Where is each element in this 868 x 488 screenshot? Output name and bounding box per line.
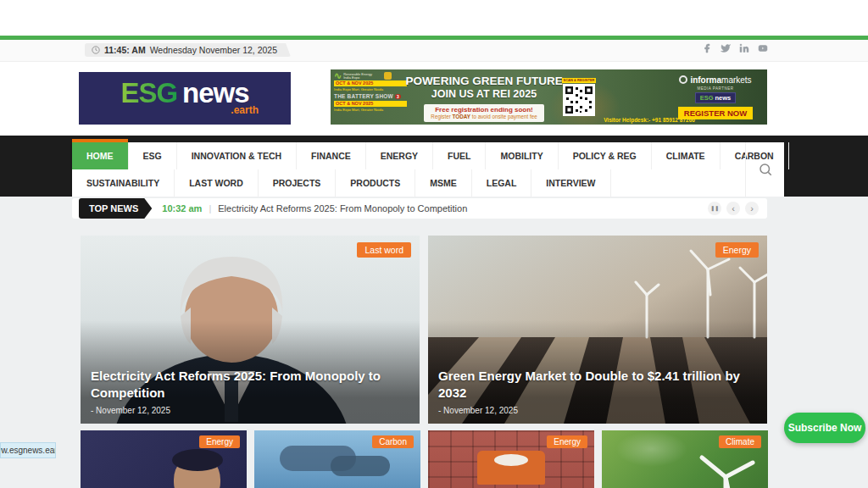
nav-item-finance[interactable]: FINANCE — [297, 142, 366, 169]
partner-esg-news-logo: ESGnews — [695, 92, 737, 103]
clock-icon — [92, 46, 100, 54]
expo-dates: OCT & NOV 2025 — [334, 80, 407, 86]
top-news-badge: TOP NEWS — [79, 198, 152, 219]
nav-item-msme[interactable]: MSME — [415, 169, 472, 197]
search-button[interactable] — [745, 142, 784, 197]
nav-item-esg[interactable]: ESG — [129, 142, 177, 169]
banner-photo-area: Visitor Helpdesk:- +91 85912 87266 — [598, 69, 667, 125]
battery-show-logo: THE BATTERY SHOW 3 — [334, 93, 407, 100]
nav-item-last-word[interactable]: LAST WORD — [175, 169, 259, 197]
article-card-3-plate — [494, 454, 528, 466]
site-logo[interactable]: ESGnews .earth — [79, 72, 291, 125]
article-card-3[interactable]: Energy — [428, 430, 594, 488]
ticker-pause-button[interactable]: ❚❚ — [708, 202, 721, 215]
rei-logo-mark — [384, 72, 392, 80]
nav-item-products[interactable]: PRODUCTS — [336, 169, 415, 197]
article-card-4[interactable]: Climate — [602, 430, 768, 488]
expo-venue: India Expo Mart, Greater Noida — [334, 87, 407, 92]
featured-article-2-title[interactable]: Green Energy Market to Double to $2.41 t… — [438, 368, 757, 402]
browser-status-url: www.esgnews.earth — [0, 442, 56, 458]
linkedin-icon[interactable] — [739, 43, 749, 53]
scan-register-label: SCAN & REGISTER — [562, 78, 597, 83]
featured-article-2-date: - November 12, 2025 — [438, 406, 757, 415]
youtube-icon[interactable] — [758, 43, 768, 53]
banner-event-info: ∿ Renewable Energy India Expo OCT & NOV … — [331, 69, 409, 125]
qr-code — [563, 84, 595, 116]
article-card-4-category-badge[interactable]: Climate — [719, 435, 761, 448]
nav-item-fuel[interactable]: FUEL — [433, 142, 486, 169]
main-navigation: HOME ESG INNOVATION & TECH FINANCE ENERG… — [72, 142, 784, 197]
ticker-next-button[interactable]: › — [745, 202, 759, 215]
nav-item-innovation-tech[interactable]: INNOVATION & TECH — [177, 142, 297, 169]
facebook-icon[interactable] — [702, 43, 712, 53]
current-date: Wednesday November 12, 2025 — [150, 45, 277, 55]
ticker-separator: | — [209, 203, 211, 214]
article-card-3-category-badge[interactable]: Energy — [547, 435, 587, 448]
banner-headline-2: JOIN US AT REI 2025 — [431, 89, 537, 100]
nav-item-energy[interactable]: ENERGY — [366, 142, 433, 169]
banner-headline-1: POWERING GREEN FUTURE — [405, 75, 562, 87]
nav-item-interview[interactable]: INTERVIEW — [531, 169, 610, 197]
top-news-ticker: TOP NEWS 10:32 am | Electricity Act Refo… — [72, 198, 767, 219]
battery-venue: India Expo Mart, Greater Noida — [334, 108, 407, 112]
home-tab-accent — [72, 139, 128, 142]
visitor-helpdesk: Visitor Helpdesk:- +91 85912 87266 — [565, 117, 734, 123]
article-card-1-category-badge[interactable]: Energy — [199, 435, 240, 448]
media-partner-label: MEDIA PARTNER — [698, 86, 734, 91]
nav-row-2: SUSTAINABILITY LAST WORD PROJECTS PRODUC… — [72, 169, 784, 197]
featured-article-2[interactable]: Energy Green Energy Market to Double to … — [428, 236, 767, 424]
ticker-controls: ❚❚ ‹ › — [708, 202, 759, 215]
featured-article-1-title[interactable]: Electricity Act Reforms 2025: From Monop… — [91, 368, 409, 402]
ticker-prev-button[interactable]: ‹ — [726, 202, 740, 215]
article-card-2[interactable]: Carbon — [254, 430, 420, 488]
rei-logo-icon: ∿ — [334, 72, 342, 80]
ticker-headline-link[interactable]: Electricity Act Reforms 2025: From Monop… — [218, 203, 467, 214]
ticker-time: 10:32 am — [162, 203, 202, 214]
battery-dates: OCT & NOV 2025 — [334, 101, 407, 107]
nav-item-policy-reg[interactable]: POLICY & REG — [559, 142, 652, 169]
logo-earth: .earth — [231, 104, 259, 116]
nav-item-climate[interactable]: CLIMATE — [652, 142, 721, 169]
banner-message: POWERING GREEN FUTURE JOIN US AT REI 202… — [409, 69, 559, 125]
nav-item-legal[interactable]: LEGAL — [472, 169, 532, 197]
search-icon — [758, 162, 773, 177]
nav-item-projects[interactable]: PROJECTS — [259, 169, 337, 197]
social-links — [702, 43, 768, 53]
featured-article-2-caption: Green Energy Market to Double to $2.41 t… — [438, 368, 757, 415]
featured-article-1[interactable]: Last word Electricity Act Reforms 2025: … — [81, 236, 420, 424]
subscribe-now-button[interactable]: Subscribe Now — [784, 413, 865, 443]
article-card-1-hair — [172, 449, 223, 471]
nav-row-1: HOME ESG INNOVATION & TECH FINANCE ENERG… — [72, 142, 784, 169]
twitter-icon[interactable] — [721, 43, 731, 53]
nav-item-sustainability[interactable]: SUSTAINABILITY — [72, 169, 175, 197]
logo-text: ESGnews — [120, 80, 248, 106]
banner-ad[interactable]: ∿ Renewable Energy India Expo OCT & NOV … — [331, 69, 767, 125]
current-time: 11:45: AM — [104, 45, 146, 55]
topbar: 11:45: AM Wednesday November 12, 2025 — [0, 40, 868, 62]
featured-article-1-category-badge[interactable]: Last word — [357, 242, 411, 258]
featured-article-1-date: - November 12, 2025 — [91, 406, 409, 415]
datetime-display: 11:45: AM Wednesday November 12, 2025 — [85, 43, 291, 57]
nav-item-mobility[interactable]: MOBILITY — [486, 142, 558, 169]
logo-esg: ESG — [120, 77, 177, 108]
banner-cta-box: Free registration ending soon! Register … — [424, 104, 543, 122]
article-card-2-cloud2 — [331, 456, 390, 476]
featured-article-1-caption: Electricity Act Reforms 2025: From Monop… — [91, 368, 409, 415]
rei-expo-logo: ∿ Renewable Energy India Expo — [334, 72, 407, 80]
informa-logo: informamarkets — [679, 75, 751, 85]
article-card-1[interactable]: Energy — [81, 430, 247, 488]
featured-article-2-category-badge[interactable]: Energy — [715, 242, 759, 258]
article-card-2-category-badge[interactable]: Carbon — [372, 435, 414, 448]
nav-item-home[interactable]: HOME — [72, 142, 129, 169]
